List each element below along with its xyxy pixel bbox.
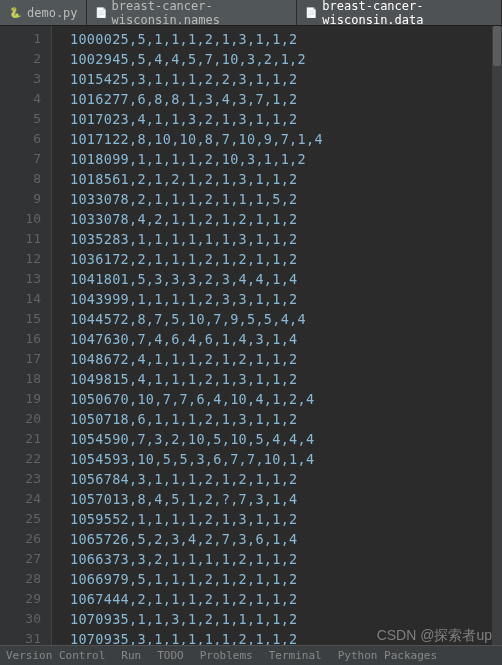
line-number: 1 (0, 29, 41, 49)
code-line[interactable]: 1047630,7,4,6,4,6,1,4,3,1,4 (70, 329, 502, 349)
code-line[interactable]: 1049815,4,1,1,1,2,1,3,1,1,2 (70, 369, 502, 389)
code-line[interactable]: 1033078,2,1,1,1,2,1,1,1,5,2 (70, 189, 502, 209)
line-number: 20 (0, 409, 41, 429)
line-number: 14 (0, 289, 41, 309)
line-number: 2 (0, 49, 41, 69)
code-line[interactable]: 1035283,1,1,1,1,1,1,3,1,1,2 (70, 229, 502, 249)
code-line[interactable]: 1016277,6,8,8,1,3,4,3,7,1,2 (70, 89, 502, 109)
line-number: 17 (0, 349, 41, 369)
code-line[interactable]: 1054590,7,3,2,10,5,10,5,4,4,4 (70, 429, 502, 449)
line-number: 16 (0, 329, 41, 349)
line-number: 6 (0, 129, 41, 149)
line-number: 21 (0, 429, 41, 449)
line-number: 24 (0, 489, 41, 509)
tab-label: breast-cancer-wisconsin.data (322, 0, 493, 27)
line-number: 4 (0, 89, 41, 109)
code-line[interactable]: 1070935,3,1,1,1,1,1,2,1,1,2 (70, 629, 502, 645)
file-icon (305, 6, 317, 20)
code-line[interactable]: 1057013,8,4,5,1,2,?,7,3,1,4 (70, 489, 502, 509)
code-line[interactable]: 1067444,2,1,1,1,2,1,2,1,1,2 (70, 589, 502, 609)
line-number: 26 (0, 529, 41, 549)
line-number: 5 (0, 109, 41, 129)
code-line[interactable]: 1048672,4,1,1,1,2,1,2,1,1,2 (70, 349, 502, 369)
code-line[interactable]: 1043999,1,1,1,1,2,3,3,1,1,2 (70, 289, 502, 309)
line-gutter: 1234567891011121314151617181920212223242… (0, 26, 52, 645)
code-line[interactable]: 1065726,5,2,3,4,2,7,3,6,1,4 (70, 529, 502, 549)
editor-tabs: demo.py breast-cancer-wisconsin.names br… (0, 0, 502, 26)
code-line[interactable]: 1002945,5,4,4,5,7,10,3,2,1,2 (70, 49, 502, 69)
code-line[interactable]: 1054593,10,5,5,3,6,7,7,10,1,4 (70, 449, 502, 469)
line-number: 27 (0, 549, 41, 569)
line-number: 28 (0, 569, 41, 589)
line-number: 18 (0, 369, 41, 389)
tab-label: demo.py (27, 6, 78, 20)
status-bar: Version Control Run TODO Problems Termin… (0, 645, 502, 665)
code-line[interactable]: 1066979,5,1,1,1,2,1,2,1,1,2 (70, 569, 502, 589)
code-line[interactable]: 1059552,1,1,1,1,2,1,3,1,1,2 (70, 509, 502, 529)
line-number: 13 (0, 269, 41, 289)
line-number: 8 (0, 169, 41, 189)
line-number: 15 (0, 309, 41, 329)
python-icon (8, 6, 22, 20)
code-line[interactable]: 1015425,3,1,1,1,2,2,3,1,1,2 (70, 69, 502, 89)
code-line[interactable]: 1018099,1,1,1,1,2,10,3,1,1,2 (70, 149, 502, 169)
line-number: 19 (0, 389, 41, 409)
code-line[interactable]: 1050670,10,7,7,6,4,10,4,1,2,4 (70, 389, 502, 409)
line-number: 30 (0, 609, 41, 629)
editor-area: 1234567891011121314151617181920212223242… (0, 26, 502, 645)
scroll-thumb[interactable] (493, 26, 501, 66)
line-number: 22 (0, 449, 41, 469)
line-number: 7 (0, 149, 41, 169)
code-line[interactable]: 1018561,2,1,2,1,2,1,3,1,1,2 (70, 169, 502, 189)
code-content[interactable]: 1000025,5,1,1,1,2,1,3,1,1,21002945,5,4,4… (52, 26, 502, 645)
line-number: 9 (0, 189, 41, 209)
code-line[interactable]: 1017023,4,1,1,3,2,1,3,1,1,2 (70, 109, 502, 129)
code-line[interactable]: 1036172,2,1,1,1,2,1,2,1,1,2 (70, 249, 502, 269)
file-icon (95, 6, 107, 20)
tab-demo-py[interactable]: demo.py (0, 0, 87, 25)
code-line[interactable]: 1033078,4,2,1,1,2,1,2,1,1,2 (70, 209, 502, 229)
status-run[interactable]: Run (121, 649, 141, 662)
status-terminal[interactable]: Terminal (269, 649, 322, 662)
code-line[interactable]: 1041801,5,3,3,3,2,3,4,4,1,4 (70, 269, 502, 289)
tab-data-file[interactable]: breast-cancer-wisconsin.data (297, 0, 502, 25)
line-number: 11 (0, 229, 41, 249)
tab-names-file[interactable]: breast-cancer-wisconsin.names (87, 0, 298, 25)
status-vcs[interactable]: Version Control (6, 649, 105, 662)
code-line[interactable]: 1056784,3,1,1,1,2,1,2,1,1,2 (70, 469, 502, 489)
status-todo[interactable]: TODO (157, 649, 184, 662)
tab-label: breast-cancer-wisconsin.names (112, 0, 289, 27)
code-line[interactable]: 1000025,5,1,1,1,2,1,3,1,1,2 (70, 29, 502, 49)
line-number: 23 (0, 469, 41, 489)
code-line[interactable]: 1050718,6,1,1,1,2,1,3,1,1,2 (70, 409, 502, 429)
vertical-scrollbar[interactable] (492, 26, 502, 645)
line-number: 10 (0, 209, 41, 229)
code-line[interactable]: 1044572,8,7,5,10,7,9,5,5,4,4 (70, 309, 502, 329)
line-number: 25 (0, 509, 41, 529)
line-number: 29 (0, 589, 41, 609)
line-number: 12 (0, 249, 41, 269)
status-problems[interactable]: Problems (200, 649, 253, 662)
code-line[interactable]: 1017122,8,10,10,8,7,10,9,7,1,4 (70, 129, 502, 149)
code-line[interactable]: 1070935,1,1,3,1,2,1,1,1,1,2 (70, 609, 502, 629)
status-packages[interactable]: Python Packages (338, 649, 437, 662)
line-number: 3 (0, 69, 41, 89)
code-line[interactable]: 1066373,3,2,1,1,1,1,2,1,1,2 (70, 549, 502, 569)
